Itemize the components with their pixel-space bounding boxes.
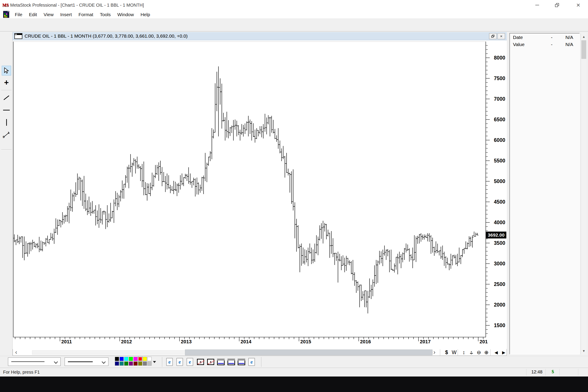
color-swatch[interactable] <box>138 357 142 361</box>
scroll-left-edge-button[interactable]: ‹ <box>13 348 19 356</box>
fit-vertical-icon: ↕ <box>463 350 465 356</box>
inner-window-icon <box>238 358 245 365</box>
menu-insert[interactable]: Insert <box>57 10 75 19</box>
status-dollar-icon: $ <box>548 369 558 374</box>
scroll-right-edge-button[interactable]: › <box>431 348 438 356</box>
color-swatch[interactable] <box>124 362 128 366</box>
line-style-select[interactable] <box>8 358 61 366</box>
restore-icon <box>555 3 559 7</box>
svg-text:5500: 5500 <box>494 158 505 164</box>
inner-window-button[interactable] <box>227 358 235 366</box>
pan-chart-button[interactable]: ↔ ↕ <box>468 349 475 356</box>
data-panel-row: Date - N/A <box>510 34 579 40</box>
arrow-down-icon <box>153 361 156 363</box>
svg-text:2017: 2017 <box>420 339 431 344</box>
fit-vertical-button[interactable]: ↕ <box>460 349 467 356</box>
inner-window-button[interactable] <box>237 358 245 366</box>
color-swatch[interactable] <box>115 357 119 361</box>
svg-text:2013: 2013 <box>181 339 192 344</box>
minimize-button[interactable] <box>531 0 544 10</box>
color-swatch[interactable] <box>147 362 152 366</box>
minimize-icon <box>535 5 539 5</box>
scale-button[interactable]: 1 <box>207 358 215 366</box>
color-swatch[interactable] <box>115 362 119 366</box>
chart-scrollbar-thumb[interactable] <box>185 350 432 355</box>
data-panel-scrollbar[interactable] <box>581 33 587 354</box>
pointer-icon <box>4 68 9 74</box>
svg-text:4500: 4500 <box>494 199 505 205</box>
color-swatch[interactable] <box>143 357 147 361</box>
palette-expand-button[interactable] <box>152 359 157 365</box>
crosshair-tool-icon: + <box>4 78 9 87</box>
color-swatch[interactable] <box>124 357 128 361</box>
refresh-dollar-icon: $ <box>445 350 448 356</box>
chart-window-title-bar[interactable]: CRUDE OIL - 1 BBL - 1 MONTH (3,677.00, 3… <box>12 32 507 40</box>
menu-help[interactable]: Help <box>137 10 153 19</box>
chart-close-button[interactable]: × <box>498 33 505 39</box>
svg-text:3000: 3000 <box>494 261 505 266</box>
data-panel-scroll-thumb[interactable] <box>581 40 586 59</box>
scroll-down-button[interactable]: ▾ <box>581 348 586 354</box>
close-button[interactable]: × <box>572 0 585 10</box>
color-swatch[interactable] <box>119 357 124 361</box>
pointer-tool[interactable] <box>2 66 11 76</box>
expert-note-button[interactable]: e <box>165 358 173 366</box>
svg-text:2016: 2016 <box>360 339 371 344</box>
menu-window[interactable]: Window <box>114 10 137 19</box>
svg-text:4000: 4000 <box>494 220 505 225</box>
expert-note-button[interactable]: e <box>176 358 184 366</box>
horizontal-line-tool[interactable] <box>2 105 11 115</box>
color-swatch[interactable] <box>138 362 142 366</box>
menu-view[interactable]: View <box>40 10 57 19</box>
expert-note-button[interactable]: e <box>186 358 194 366</box>
svg-text:201: 201 <box>480 339 488 344</box>
crosshair-tool[interactable]: + <box>2 78 11 88</box>
menu-file[interactable]: File <box>11 10 26 19</box>
color-swatch[interactable] <box>129 362 133 366</box>
toolbar-separator <box>261 357 261 367</box>
price-chart[interactable]: 8000750070006500600055005000450040003500… <box>12 40 507 349</box>
zoom-in-button[interactable]: ⊕ <box>483 349 490 356</box>
chart-restore-icon <box>491 35 494 38</box>
weekly-periodicity-button[interactable]: W <box>451 349 458 356</box>
scroll-up-button[interactable]: ▴ <box>581 34 586 40</box>
scale-button[interactable]: 1 <box>196 358 204 366</box>
vertical-line-icon <box>6 119 7 126</box>
svg-text:6000: 6000 <box>494 137 505 143</box>
trendline-tool[interactable] <box>2 93 11 102</box>
status-help-text: For Help, press F1 <box>3 370 40 375</box>
expert-note-icon: e <box>187 358 193 366</box>
color-swatch[interactable] <box>143 362 147 366</box>
horizontal-line-icon <box>3 110 10 110</box>
trend-sl-tool[interactable]: S L <box>2 130 11 140</box>
color-palette <box>115 357 151 366</box>
color-swatch[interactable] <box>129 357 133 361</box>
refresh-data-button[interactable]: $ <box>443 349 450 356</box>
vertical-line-tool[interactable] <box>2 118 11 127</box>
inner-window-button[interactable] <box>217 358 225 366</box>
status-time: 12:48 <box>529 370 545 374</box>
trend-sl-icon: S L <box>3 131 10 138</box>
window-title: MetaStock Professional - [Chart1 - CRUDE… <box>10 0 144 10</box>
color-swatch[interactable] <box>119 362 124 366</box>
restore-button[interactable] <box>551 0 564 10</box>
zoom-out-button[interactable]: ⊖ <box>475 349 483 356</box>
inner-window-icon <box>217 358 225 365</box>
color-swatch[interactable] <box>133 357 138 361</box>
arrow-down-icon: ▾ <box>583 348 585 353</box>
line-weight-select[interactable] <box>65 358 108 366</box>
expert-note-icon: e <box>176 358 183 366</box>
svg-text:8000: 8000 <box>494 55 505 61</box>
menu-edit[interactable]: Edit <box>26 10 40 19</box>
menu-format[interactable]: Format <box>75 10 97 19</box>
svg-text:7000: 7000 <box>494 96 505 102</box>
menu-bar: File Edit View Insert Format Tools Windo… <box>0 10 588 19</box>
color-swatch[interactable] <box>133 362 138 366</box>
menu-tools[interactable]: Tools <box>96 10 114 19</box>
chart-restore-button[interactable] <box>489 33 497 39</box>
expert-note-button[interactable]: e <box>248 358 256 366</box>
scroll-right-button[interactable]: ▶ <box>500 349 507 356</box>
color-swatch[interactable] <box>147 357 152 361</box>
scroll-left-button[interactable]: ◀ <box>493 349 500 356</box>
expert-note-icon: e <box>248 358 255 366</box>
